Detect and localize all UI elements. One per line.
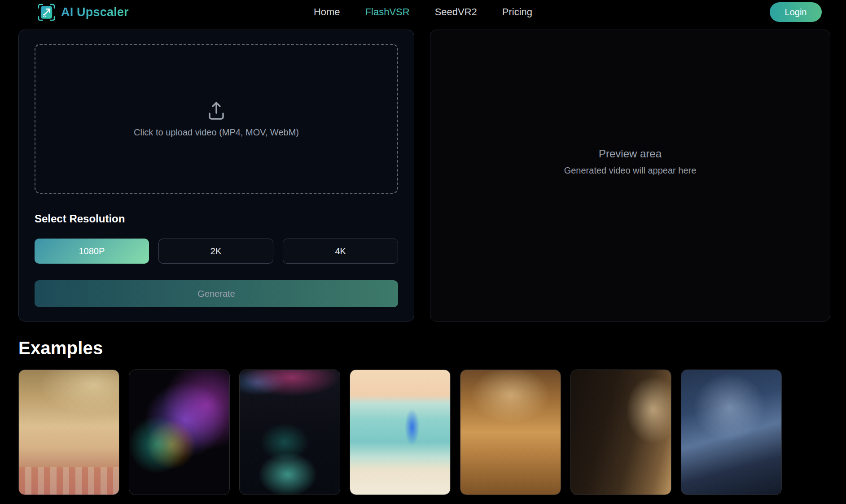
nav-item-home[interactable]: Home (314, 6, 340, 18)
upscale-control-panel: Click to upload video (MP4, MOV, WebM) S… (18, 30, 414, 322)
video-upload-dropzone[interactable]: Click to upload video (MP4, MOV, WebM) (35, 44, 398, 194)
nav-item-seedvr2[interactable]: SeedVR2 (435, 6, 477, 18)
examples-heading: Examples (18, 338, 846, 358)
example-thumb-vintage-picnic-couple[interactable] (18, 369, 119, 495)
top-nav: AI Upscaler Home FlashVSR SeedVR2 Pricin… (0, 0, 846, 24)
brand: AI Upscaler (38, 4, 129, 21)
example-thumb-iridescent-abstract-shape[interactable] (129, 369, 230, 495)
upload-icon (206, 100, 227, 122)
example-thumb-neon-cyberpunk-motorcycle[interactable] (239, 369, 340, 495)
preview-title: Preview area (599, 148, 662, 160)
example-thumb-children-autumn-forest[interactable] (460, 369, 561, 495)
app-logo-icon (38, 4, 55, 21)
resolution-option-1080p[interactable]: 1080P (35, 239, 149, 264)
preview-subtitle: Generated video will appear here (564, 165, 697, 176)
resolution-heading: Select Resolution (35, 213, 398, 225)
resolution-options: 1080P 2K 4K (35, 239, 398, 264)
nav-item-flashvsr[interactable]: FlashVSR (365, 6, 410, 18)
nav-item-pricing[interactable]: Pricing (502, 6, 532, 18)
example-thumb-man-with-coffee[interactable] (570, 369, 671, 495)
example-thumb-astronaut-helmet[interactable] (681, 369, 782, 495)
main-content: Click to upload video (MP4, MOV, WebM) S… (0, 24, 846, 322)
examples-section: Examples (0, 322, 846, 495)
resolution-option-2k[interactable]: 2K (158, 239, 274, 264)
examples-gallery (18, 369, 846, 495)
preview-panel: Preview area Generated video will appear… (430, 30, 830, 322)
upload-prompt: Click to upload video (MP4, MOV, WebM) (134, 127, 299, 138)
resolution-option-4k[interactable]: 4K (283, 239, 398, 264)
generate-button[interactable]: Generate (35, 280, 398, 307)
login-button[interactable]: Login (770, 2, 822, 22)
example-thumb-beach-walk-blue-swimsuit[interactable] (350, 369, 451, 495)
app-title: AI Upscaler (61, 5, 129, 19)
